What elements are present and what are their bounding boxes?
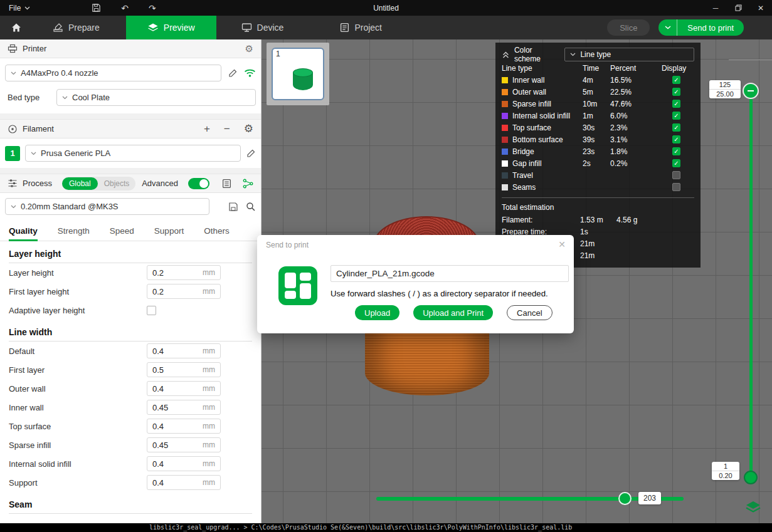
dialog-close-icon[interactable]: ✕ [558,239,566,249]
param-value: 0.4 [147,422,203,431]
param-input[interactable]: 0.45mm [147,400,221,415]
line-type-time: 10m [583,100,610,108]
display-checkbox[interactable]: ✓ [672,135,680,143]
upload-button[interactable]: Upload [355,305,399,320]
display-checkbox[interactable]: ✓ [672,100,680,108]
layers-view-icon[interactable] [744,499,763,516]
parameter-list-icon[interactable] [222,179,231,189]
collapse-panel-icon[interactable] [502,50,510,59]
dialog-note: Use forward slashes ( / ) as a directory… [330,289,548,298]
remove-filament-button[interactable]: − [224,123,230,134]
param-input[interactable]: 0.4mm [147,343,221,358]
process-tree-icon[interactable] [243,179,253,189]
display-checkbox[interactable]: ✓ [672,88,680,96]
line-type-label: Outer wall [512,88,583,96]
minimize-button[interactable]: ─ [704,0,727,16]
total-estimation-title: Total estimation [502,201,694,214]
cancel-button[interactable]: Cancel [507,305,552,320]
display-checkbox[interactable] [672,183,680,191]
param-label: Sparse infill [9,441,147,450]
legend-column-headers: Line type Time Percent Display [502,63,694,74]
bed-type-dropdown[interactable]: Cool Plate [56,89,256,106]
move-slider-handle[interactable] [618,492,632,505]
tab-speed[interactable]: Speed [110,221,134,241]
move-slider-track[interactable] [376,497,684,501]
line-type-row: Bridge23s1.8%✓ [502,145,694,157]
param-row: Adaptive layer height [9,301,252,320]
search-settings-icon[interactable] [246,202,256,212]
param-label: Outer wall [9,384,147,394]
maximize-button[interactable] [727,0,749,16]
display-checkbox[interactable]: ✓ [672,159,680,167]
param-input[interactable]: 0.4mm [147,475,221,490]
param-unit: mm [203,422,220,430]
send-to-print-button[interactable]: Send to print [677,23,744,33]
add-filament-button[interactable]: + [204,123,210,134]
close-button[interactable]: ✕ [749,0,772,16]
plate-thumbnail[interactable]: 1 [267,43,329,105]
slice-button[interactable]: Slice [607,19,650,36]
layer-slider-bottom-handle[interactable] [744,471,758,484]
tab-project[interactable]: Project [325,16,397,39]
param-row: Default0.4mm [9,342,252,360]
display-checkbox[interactable]: ✓ [672,147,680,155]
filament-slot-badge[interactable]: 1 [5,146,20,161]
wifi-icon[interactable] [244,68,256,78]
display-checkbox[interactable]: ✓ [672,112,680,120]
edit-printer-icon[interactable] [228,68,238,78]
upload-and-print-button[interactable]: Upload and Print [413,305,493,320]
param-input[interactable]: 0.45mm [147,437,221,452]
param-label: Internal solid infill [9,459,147,469]
save-preset-icon[interactable] [228,202,238,212]
param-label: First layer height [9,287,147,296]
home-button[interactable] [0,16,33,39]
estimation-value: 1s [580,227,616,236]
tab-strength[interactable]: Strength [58,221,90,241]
send-options-dropdown[interactable] [658,19,677,36]
gcode-filename-input[interactable] [330,265,569,282]
prepare-icon [53,23,63,33]
param-input[interactable]: 0.2mm [147,265,221,280]
display-checkbox[interactable]: ✓ [672,76,680,84]
filament-preset-dropdown[interactable]: Prusa Generic PLA [25,145,241,162]
filament-settings-gear-icon[interactable]: ⚙ [244,123,253,134]
display-checkbox[interactable] [672,171,680,179]
tab-quality[interactable]: Quality [9,221,38,241]
param-input[interactable]: 0.2mm [147,284,221,299]
tab-others[interactable]: Others [204,221,230,241]
line-type-percent: 22.5% [610,88,647,96]
tab-device-label: Device [257,23,284,33]
tab-prepare[interactable]: Prepare [38,16,115,39]
line-type-row: Top surface30s2.3%✓ [502,122,694,133]
process-preset-dropdown[interactable]: 0.20mm Standard @MK3S [5,198,209,215]
move-slider-badge: 203 [638,492,661,504]
param-row: Outer wall0.4mm [9,379,252,398]
advanced-toggle[interactable] [188,178,209,189]
scope-global-button[interactable]: Global [62,177,98,190]
param-input[interactable]: 0.4mm [147,419,221,434]
window-title: Untitled [0,4,772,13]
tab-support[interactable]: Support [154,221,184,241]
line-type-percent: 0.2% [610,159,647,168]
param-input[interactable]: 0.4mm [147,456,221,471]
chevron-down-icon [11,205,16,209]
bed-type-label: Bed type [5,93,51,102]
tab-device[interactable]: Device [226,16,299,39]
display-checkbox[interactable]: ✓ [672,123,680,132]
status-console: libslic3r_seal_upgrad... > C:\Codes\Prus… [0,523,772,532]
tab-preview[interactable]: Preview [126,16,216,39]
param-row: Layer height0.2mm [9,263,252,282]
layer-slider-track[interactable] [749,91,753,478]
printer-settings-gear-icon[interactable]: ⚙ [245,44,253,53]
settings-section-title: Seam [9,492,252,514]
edit-filament-icon[interactable] [246,149,256,159]
scope-objects-button[interactable]: Objects [98,177,136,190]
line-type-swatch [502,184,508,190]
layer-slider-top-handle[interactable] [743,83,759,99]
printer-preset-dropdown[interactable]: A4MaxPro 0.4 nozzle [5,65,221,81]
view-mode-dropdown[interactable]: Line type [564,48,694,61]
adaptive-layer-checkbox[interactable] [147,306,156,315]
param-input[interactable]: 0.4mm [147,381,221,396]
estimation-label: Filament: [502,216,580,224]
param-input[interactable]: 0.5mm [147,362,221,377]
